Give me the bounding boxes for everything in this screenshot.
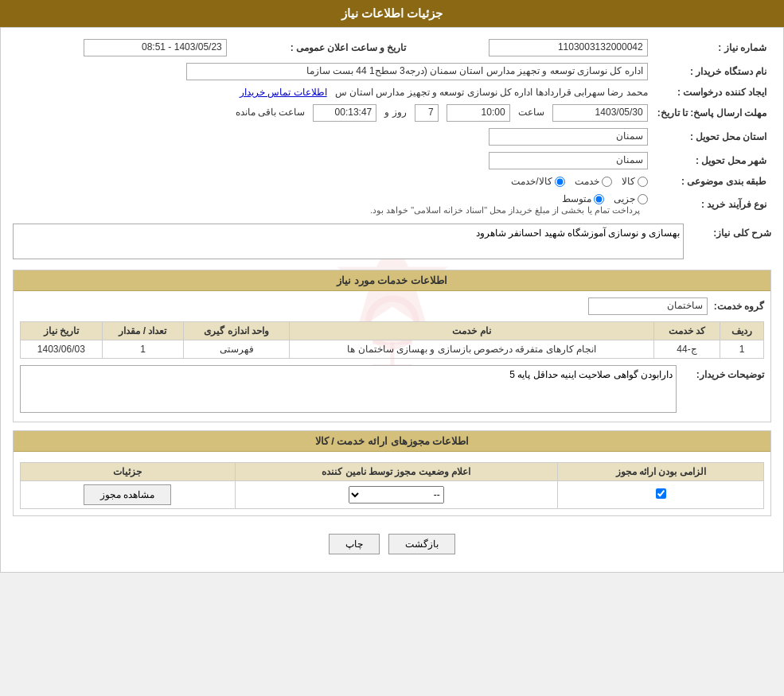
purchase-type-note: پرداخت تمام یا بخشی از مبلغ خریداز محل "… (370, 205, 640, 215)
row-creator: ایجاد کننده درخواست : محمد رضا سهرابی قر… (13, 84, 771, 101)
cell-code: ج-44 (653, 340, 720, 359)
creator-label: ایجاد کننده درخواست : (653, 84, 771, 101)
th-date: تاریخ نیاز (21, 322, 103, 340)
radio-khedmat-input[interactable] (602, 177, 612, 187)
row-province: استان محل تحویل : سمنان (13, 125, 771, 149)
mandatory-checkbox[interactable] (656, 488, 666, 499)
th-row: ردیف (720, 322, 764, 340)
need-description-textarea[interactable] (13, 224, 684, 259)
need-description-content (13, 224, 692, 262)
row-city: شهر محل تحویل : سمنان (13, 149, 771, 173)
announce-label: تاریخ و ساعت اعلان عمومی : (232, 36, 412, 60)
table-row: -- مشاهده مجوز (21, 481, 764, 509)
service-group-value: ساختمان (588, 297, 708, 315)
province-field: سمنان (489, 128, 648, 146)
th-mandatory: الزامی بودن ارائه مجوز (558, 463, 764, 481)
category-value: کالا خدمت کالا/خدمت (13, 173, 653, 190)
province-value: سمنان (13, 125, 653, 149)
services-table: ردیف کد خدمت نام خدمت واحد اندازه گیری ت… (20, 321, 764, 359)
need-number-value: 1103003132000042 (411, 36, 652, 60)
cell-qty: 1 (102, 340, 184, 359)
radio-kala-khedmat-label: کالا/خدمت (511, 176, 552, 187)
row-deadline: مهلت ارسال پاسخ: تا تاریخ: 1403/05/30 سا… (13, 101, 771, 125)
top-info-table: شماره نیاز : 1103003132000042 تاریخ و سا… (13, 36, 771, 219)
license-content: الزامی بودن ارائه مجوز اعلام وضعیت مجوز … (14, 452, 770, 515)
radio-motavaset-input[interactable] (594, 194, 604, 204)
row-category: طبقه بندی موضوعی : کالا خدمت (13, 173, 771, 190)
need-description-label: شرح کلی نیاز: (692, 224, 771, 239)
cell-details: مشاهده مجوز (21, 481, 236, 509)
main-content: شماره نیاز : 1103003132000042 تاریخ و سا… (0, 27, 784, 573)
deadline-date-field: 1403/05/30 (552, 104, 648, 122)
services-section: اطلاعات خدمات مورد نیاز گروه خدمت: ساختم… (13, 270, 771, 422)
buyer-notes-content (20, 365, 685, 415)
license-table-header: الزامی بودن ارائه مجوز اعلام وضعیت مجوز … (21, 463, 764, 481)
th-provider-status: اعلام وضعیت مجوز توسط نامین کننده (235, 463, 558, 481)
th-unit: واحد اندازه گیری (184, 322, 290, 340)
service-group-row: گروه خدمت: ساختمان (20, 297, 764, 315)
announce-value-field: 1403/05/23 - 08:51 (84, 39, 227, 56)
buyer-name-field: اداره کل نوسازی توسعه و تجهیز مدارس استا… (186, 63, 648, 80)
buyer-value: اداره کل نوسازی توسعه و تجهیز مدارس استا… (13, 60, 653, 84)
creator-name-text: محمد رضا سهرابی قراردادها اداره کل نوساز… (335, 87, 648, 98)
th-details: جزئیات (21, 463, 236, 481)
radio-kala: کالا (622, 176, 648, 187)
back-button[interactable]: بازگشت (388, 534, 455, 554)
services-title: اطلاعات خدمات مورد نیاز (14, 270, 770, 291)
city-value: سمنان (13, 149, 653, 173)
th-code: کد خدمت (653, 322, 720, 340)
th-qty: تعداد / مقدار (102, 322, 184, 340)
buyer-notes-label: توضیحات خریدار: (685, 365, 764, 380)
radio-kala-input[interactable] (638, 177, 648, 187)
deadline-days-field: 7 (415, 104, 439, 122)
cell-mandatory (558, 481, 764, 509)
radio-jozee-input[interactable] (638, 194, 648, 204)
radio-jozee: جزیی (614, 193, 648, 204)
radio-kala-khedmat-input[interactable] (555, 177, 565, 187)
services-table-body: 1 ج-44 انجام کارهای متفرقه درخصوص بازساز… (21, 340, 764, 359)
purchase-type-radio-group: جزیی متوسط (18, 193, 648, 204)
radio-kala-label: کالا (622, 176, 635, 187)
license-table: الزامی بودن ارائه مجوز اعلام وضعیت مجوز … (20, 462, 764, 509)
license-title: اطلاعات مجوزهای ارائه خدمت / کالا (14, 431, 770, 452)
license-section: اطلاعات مجوزهای ارائه خدمت / کالا الزامی… (13, 430, 771, 516)
buyer-label: نام دستگاه خریدار : (653, 60, 771, 84)
view-license-button[interactable]: مشاهده مجوز (84, 484, 171, 505)
category-radio-group: کالا خدمت کالا/خدمت (18, 176, 648, 187)
purchase-type-label: نوع فرآیند خرید : (653, 190, 771, 219)
print-button[interactable]: چاپ (329, 534, 380, 554)
buyer-notes-textarea[interactable] (20, 365, 677, 413)
th-name: نام خدمت (290, 322, 654, 340)
need-number-field: 1103003132000042 (489, 39, 648, 56)
row-need-number: شماره نیاز : 1103003132000042 تاریخ و سا… (13, 36, 771, 60)
buyer-notes-row: توضیحات خریدار: (20, 365, 764, 415)
remaining-label: ساعت باقی مانده (236, 107, 306, 118)
city-field: سمنان (489, 152, 648, 169)
need-number-label: شماره نیاز : (653, 36, 771, 60)
services-table-header: ردیف کد خدمت نام خدمت واحد اندازه گیری ت… (21, 322, 764, 340)
radio-khedmat: خدمت (575, 176, 612, 187)
radio-kala-khedmat: کالا/خدمت (511, 176, 564, 187)
provider-status-select[interactable]: -- (349, 486, 444, 504)
radio-jozee-label: جزیی (614, 193, 635, 204)
row-buyer: نام دستگاه خریدار : اداره کل نوسازی توسع… (13, 60, 771, 84)
contact-link[interactable]: اطلاعات تماس خریدار (240, 87, 327, 98)
deadline-remaining-field: 00:13:47 (313, 104, 376, 122)
announce-value: 1403/05/23 - 08:51 (13, 36, 232, 60)
deadline-value: 1403/05/30 ساعت 10:00 7 روز و 00:13:47 س… (13, 101, 653, 125)
cell-name: انجام کارهای متفرقه درخصوص بازسازی و بهس… (290, 340, 654, 359)
services-content: گروه خدمت: ساختمان ردیف کد خدمت نام خدمت… (14, 291, 770, 422)
cell-date: 1403/06/03 (21, 340, 103, 359)
radio-khedmat-label: خدمت (575, 176, 599, 187)
deadline-label: مهلت ارسال پاسخ: تا تاریخ: (653, 101, 771, 125)
cell-provider-status: -- (235, 481, 558, 509)
table-row: 1 ج-44 انجام کارهای متفرقه درخصوص بازساز… (21, 340, 764, 359)
category-label: طبقه بندی موضوعی : (653, 173, 771, 190)
need-description-section: شرح کلی نیاز: (13, 224, 771, 262)
row-purchase-type: نوع فرآیند خرید : جزیی متوسط (13, 190, 771, 219)
bottom-buttons: بازگشت چاپ (13, 524, 771, 564)
content-body: شماره نیاز : 1103003132000042 تاریخ و سا… (13, 36, 771, 564)
creator-value: محمد رضا سهرابی قراردادها اداره کل نوساز… (13, 84, 653, 101)
page-container: جزئیات اطلاعات نیاز شماره نیاز : 1103003… (0, 0, 784, 573)
license-table-body: -- مشاهده مجوز (21, 481, 764, 509)
